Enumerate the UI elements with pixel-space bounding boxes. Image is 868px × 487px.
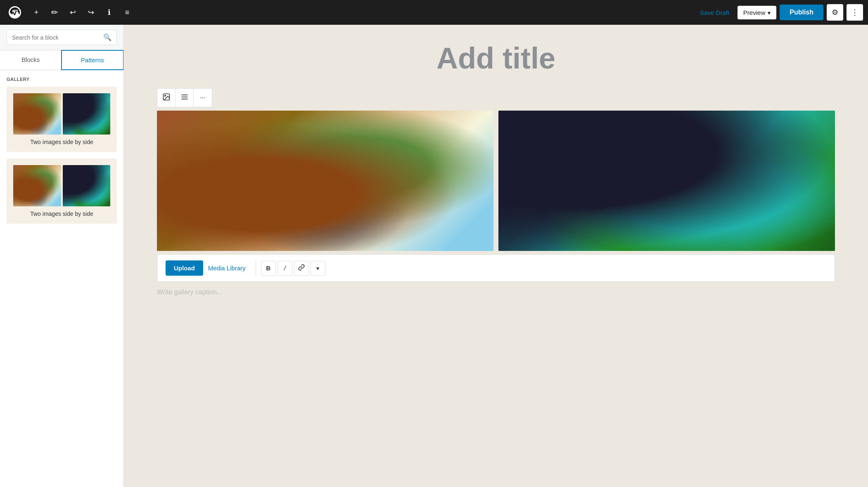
undo-icon: ↩ (70, 8, 76, 17)
tools-button[interactable]: ✏ (46, 4, 63, 21)
gallery-image-right[interactable] (498, 111, 835, 251)
preview-button[interactable]: Preview (738, 6, 776, 19)
main-toolbar: + ✏ ↩ ↪ ℹ ≡ Save Draft Preview Publish ⚙… (0, 0, 868, 25)
pattern-card[interactable]: Two images side by side (7, 158, 117, 224)
tab-patterns[interactable]: Patterns (61, 50, 124, 70)
sidebar: 🔍 Blocks Patterns GALLERY Two images sid… (0, 25, 124, 487)
gallery-image-left-inner (157, 111, 493, 251)
main-layout: 🔍 Blocks Patterns GALLERY Two images sid… (0, 25, 868, 487)
align-button[interactable] (175, 89, 194, 107)
search-input[interactable] (12, 34, 100, 41)
more-block-options-button[interactable]: ··· (194, 89, 212, 107)
pattern-thumbnail-right (63, 93, 111, 135)
format-toolbar: B / (256, 261, 325, 276)
list-view-icon: ≡ (125, 8, 130, 17)
upload-button[interactable]: Upload (166, 260, 203, 276)
block-toolbar: ··· (157, 88, 212, 107)
publish-button[interactable]: Publish (780, 5, 823, 20)
pattern-images (13, 165, 110, 206)
gallery-icon-button[interactable] (157, 89, 175, 107)
redo-button[interactable]: ↪ (83, 4, 99, 21)
bold-icon: B (266, 265, 270, 272)
svg-point-1 (164, 95, 166, 97)
info-button[interactable]: ℹ (101, 4, 117, 21)
italic-icon: / (284, 265, 286, 272)
pattern-label: Two images side by side (13, 139, 110, 145)
search-icon: 🔍 (103, 33, 111, 41)
save-draft-button[interactable]: Save Draft (695, 6, 734, 19)
gallery-block (157, 111, 835, 251)
add-block-button[interactable]: + (28, 4, 45, 21)
more-options-button[interactable]: ⋮ (847, 4, 863, 21)
pattern-images (13, 93, 110, 135)
tabs: Blocks Patterns (0, 50, 123, 70)
plus-icon: + (34, 8, 39, 17)
italic-button[interactable]: / (277, 261, 292, 276)
gallery-image-right-inner (498, 111, 835, 251)
chevron-down-formats-icon (316, 265, 319, 272)
upload-area: Upload Media Library B / (157, 254, 835, 282)
gallery-icon (162, 93, 171, 103)
gallery-image-left[interactable] (157, 111, 493, 251)
pattern-thumbnail-right (63, 165, 111, 206)
tab-blocks[interactable]: Blocks (0, 50, 62, 70)
redo-icon: ↪ (88, 8, 94, 17)
settings-button[interactable]: ⚙ (827, 4, 843, 21)
more-options-icon: ··· (200, 94, 205, 102)
page-title[interactable]: Add title (157, 41, 835, 75)
undo-button[interactable]: ↩ (64, 4, 81, 21)
info-icon: ℹ (108, 8, 111, 17)
chevron-down-icon (768, 9, 771, 16)
gallery-section: GALLERY Two images side by side Two imag… (0, 70, 123, 237)
pattern-card[interactable]: Two images side by side (7, 87, 117, 152)
pattern-label: Two images side by side (13, 210, 110, 217)
preview-label: Preview (743, 9, 765, 16)
align-icon (180, 93, 189, 103)
list-view-button[interactable]: ≡ (119, 4, 135, 21)
pattern-thumbnail-left (13, 93, 61, 135)
wp-logo (5, 0, 25, 25)
gallery-caption[interactable]: Write gallery caption... (157, 285, 835, 299)
link-button[interactable] (294, 261, 309, 276)
more-formats-button[interactable] (311, 261, 325, 276)
content-area: Add title (124, 25, 868, 487)
pencil-icon: ✏ (51, 7, 58, 17)
toolbar-right: Save Draft Preview Publish ⚙ ⋮ (695, 4, 863, 21)
gear-icon: ⚙ (832, 8, 838, 17)
gallery-section-label: GALLERY (7, 77, 117, 82)
search-area: 🔍 (0, 25, 123, 50)
search-box: 🔍 (7, 30, 117, 45)
more-icon: ⋮ (851, 8, 859, 17)
bold-button[interactable]: B (261, 261, 276, 276)
pattern-thumbnail-left (13, 165, 61, 206)
media-library-button[interactable]: Media Library (208, 265, 246, 272)
link-icon (298, 264, 305, 272)
